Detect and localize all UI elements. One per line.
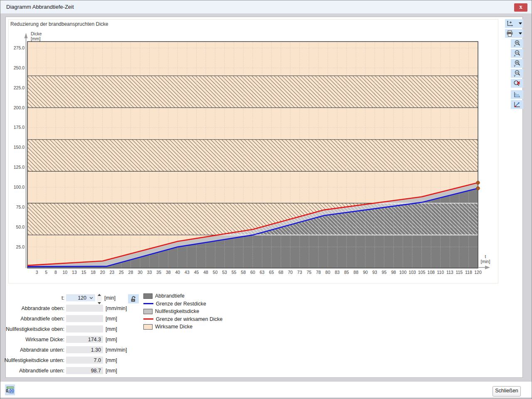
field-value: 174.3 (88, 337, 103, 342)
svg-text:75.0: 75.0 (16, 204, 25, 209)
svg-text:25: 25 (119, 270, 124, 275)
svg-text:45: 45 (194, 270, 199, 275)
form-row: Abbrandtiefe unten:98.7[mm] (0, 365, 141, 376)
svg-text:175.0: 175.0 (14, 125, 25, 130)
zoom-reset-button[interactable] (511, 79, 523, 88)
decimal-places-button[interactable]: 0,00 (5, 384, 15, 395)
svg-text:275.0: 275.0 (14, 45, 25, 50)
svg-text:68: 68 (278, 270, 283, 275)
field-label: Abbrandtiefe oben: (0, 316, 64, 322)
dropdown-caret-icon[interactable] (519, 32, 522, 34)
zoom-y-in-button[interactable]: y (511, 59, 523, 68)
decimal-places-label: 0,00 (6, 389, 14, 393)
svg-text:83: 83 (335, 270, 340, 275)
unit-label: [mm] (106, 316, 117, 322)
legend-line-swatch (143, 303, 153, 304)
printer-button[interactable] (505, 29, 523, 38)
svg-text:18: 18 (91, 270, 96, 275)
value-field (66, 315, 103, 322)
chevron-down-icon[interactable] (86, 297, 95, 299)
form-row: Nullfestigkeitsdicke unten:7.0[mm] (0, 355, 141, 365)
svg-text:105: 105 (418, 270, 426, 275)
svg-text:75: 75 (307, 270, 312, 275)
area-display-icon (513, 91, 521, 98)
unit-label: [mm/min] (106, 305, 127, 311)
close-button[interactable]: x (514, 3, 527, 12)
zoom-reset-icon (513, 80, 521, 87)
close-dialog-button[interactable]: Schließen (493, 386, 521, 397)
svg-text:100.0: 100.0 (14, 185, 25, 190)
legend-swatch (143, 324, 153, 330)
zoom-x-out-button[interactable]: x (511, 49, 523, 58)
svg-text:90: 90 (363, 270, 368, 275)
form-row: Abbrandrate oben:[mm/min] (0, 303, 141, 313)
zoom-x-out-icon: x (514, 50, 521, 57)
field-label: Abbrandtiefe unten: (0, 368, 64, 374)
svg-text:33: 33 (147, 270, 152, 275)
y-axis-label: Dicke[mm] (31, 31, 42, 41)
svg-text:28: 28 (128, 270, 133, 275)
svg-text:88: 88 (354, 270, 359, 275)
axes-plus-button[interactable] (505, 19, 523, 28)
legend-swatch (143, 293, 153, 299)
svg-text:3: 3 (36, 270, 38, 275)
unit-label: [mm] (106, 326, 117, 332)
svg-text:115: 115 (456, 270, 463, 275)
button-bar: 0,00 Schließen (0, 381, 532, 397)
svg-text:58: 58 (241, 270, 246, 275)
legend-item: Wirksame Dicke (143, 323, 222, 331)
chart-toolbar: xxyy (504, 19, 523, 110)
svg-text:80: 80 (325, 270, 330, 275)
open-padlock-icon (131, 296, 136, 302)
svg-text:113: 113 (446, 270, 453, 275)
time-value: 120 (78, 295, 86, 301)
svg-text:70: 70 (288, 270, 293, 275)
svg-text:53: 53 (222, 270, 227, 275)
legend-swatch (143, 309, 153, 314)
x-axis (478, 266, 490, 269)
svg-text:103: 103 (409, 270, 416, 275)
svg-text:150.0: 150.0 (14, 145, 25, 150)
svg-text:85: 85 (344, 270, 349, 275)
dropdown-caret-icon[interactable] (519, 22, 522, 25)
printer-icon (506, 30, 513, 37)
svg-text:[mm]: [mm] (31, 36, 40, 41)
svg-text:108: 108 (427, 270, 435, 275)
svg-text:120: 120 (474, 270, 482, 275)
svg-text:225.0: 225.0 (14, 85, 25, 90)
form-row: t:120[min] (0, 293, 141, 303)
svg-text:t: t (485, 254, 486, 259)
x-tick-labels: 3581013151820232528303335384043454850535… (36, 270, 482, 275)
svg-text:250.0: 250.0 (14, 65, 25, 70)
form-row: Nullfestigkeitsdicke oben:[mm] (0, 324, 141, 334)
svg-text:93: 93 (372, 270, 377, 275)
time-spinner[interactable] (97, 294, 102, 301)
y-tick-labels: 25.050.075.0100.0125.0150.0175.0200.0225… (14, 45, 25, 249)
unit-label: [mm/min] (106, 347, 127, 353)
svg-text:43: 43 (185, 270, 190, 275)
svg-text:95: 95 (382, 270, 387, 275)
svg-text:8: 8 (54, 270, 57, 275)
time-combo-box[interactable]: 120 (66, 294, 95, 301)
lock-button[interactable] (128, 294, 139, 303)
area-display-button[interactable] (511, 90, 523, 99)
fit-points-button[interactable] (511, 100, 523, 109)
form-row: Abbrandrate unten:1.30[mm/min] (0, 345, 141, 355)
field-label: Wirksame Dicke: (0, 337, 64, 342)
svg-text:13: 13 (72, 270, 77, 275)
value-field (66, 305, 103, 312)
zoom-x-in-icon: x (514, 40, 521, 47)
legend-item: Grenze der Restdicke (143, 300, 222, 308)
legend-item: Abbrandtiefe (143, 292, 222, 300)
svg-text:25.0: 25.0 (16, 244, 25, 249)
svg-text:78: 78 (316, 270, 321, 275)
spinner-up-icon[interactable] (98, 290, 101, 298)
svg-text:125.0: 125.0 (14, 165, 25, 170)
svg-text:38: 38 (166, 270, 171, 275)
unit-label: [mm] (106, 368, 117, 374)
zoom-y-out-button[interactable]: y (511, 69, 523, 78)
end-marker (476, 181, 480, 184)
svg-text:55: 55 (232, 270, 236, 275)
zoom-x-in-button[interactable]: x (511, 39, 523, 48)
svg-text:5: 5 (45, 270, 47, 275)
